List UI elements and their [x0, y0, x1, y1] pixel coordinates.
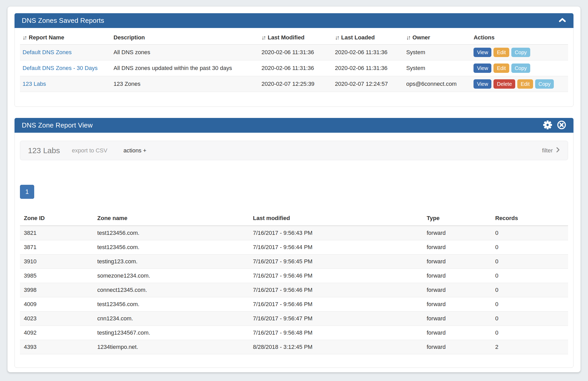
- zone-id-cell: 3910: [20, 254, 94, 269]
- copy-button[interactable]: Copy: [511, 64, 530, 73]
- zone-last-modified-cell: 7/16/2017 - 9:56:46 PM: [249, 269, 423, 283]
- zone-last-modified-cell: 7/16/2017 - 9:56:47 PM: [249, 311, 423, 326]
- column-label: Last Loaded: [341, 34, 375, 41]
- saved-reports-table: ↓↑Report NameDescription↓↑Last Modified↓…: [20, 28, 568, 92]
- report-last-modified-cell: 2020-02-06 11:31:36: [259, 60, 333, 76]
- chevron-up-icon: [558, 18, 566, 24]
- zone-records-cell: 0: [491, 297, 568, 311]
- zone-last-modified-cell: 7/16/2017 - 9:56:46 PM: [249, 283, 423, 297]
- report-actions-cell: ViewEditCopy: [471, 45, 568, 60]
- zone-last-modified-cell: 7/16/2017 - 9:56:44 PM: [249, 240, 423, 254]
- zone-id-cell: 4393: [20, 340, 94, 354]
- zone-type-cell: forward: [423, 240, 491, 254]
- column-header-owner[interactable]: ↓↑Owner: [404, 28, 471, 45]
- zone-row: 3871test123456.com.7/16/2017 - 9:56:44 P…: [20, 240, 568, 254]
- chevron-right-icon: [556, 147, 560, 154]
- filter-toggle[interactable]: filter: [542, 147, 560, 154]
- view-button[interactable]: View: [474, 48, 491, 57]
- zone-name-cell: cnn1234.com.: [94, 311, 249, 326]
- page-button-1[interactable]: 1: [20, 185, 34, 199]
- zones-header-row: Zone IDZone nameLast modifiedTypeRecords: [20, 210, 568, 226]
- column-header-last-modified[interactable]: ↓↑Last Modified: [259, 28, 333, 45]
- edit-button[interactable]: Edit: [493, 64, 509, 73]
- column-label: Actions: [474, 34, 494, 41]
- panel-close-button[interactable]: [557, 120, 566, 130]
- report-link[interactable]: 123 Labs: [23, 81, 46, 87]
- report-last-loaded-cell: 2020-02-06 11:31:36: [332, 60, 404, 76]
- report-row: Default DNS ZonesAll DNS zones2020-02-06…: [20, 45, 568, 60]
- zone-name-cell: 1234tiempo.net.: [94, 340, 249, 354]
- zone-type-cell: forward: [423, 226, 491, 240]
- report-row: 123 Labs123 Zones2020-02-07 12:25:392020…: [20, 76, 568, 92]
- zone-id-cell: 3821: [20, 226, 94, 240]
- zone-type-cell: forward: [423, 326, 491, 340]
- column-header-zone-id: Zone ID: [20, 210, 94, 226]
- report-last-modified-cell: 2020-02-07 12:25:39: [259, 76, 333, 92]
- report-owner-cell: System: [404, 45, 471, 60]
- sort-arrows-icon: ↓↑: [23, 34, 26, 41]
- zone-name-cell: connect12345.com.: [94, 283, 249, 297]
- delete-button[interactable]: Delete: [493, 79, 515, 89]
- zones-table: Zone IDZone nameLast modifiedTypeRecords…: [20, 210, 568, 354]
- copy-button[interactable]: Copy: [535, 79, 554, 89]
- report-view-panel-title: DNS Zone Report View: [22, 121, 93, 129]
- column-header-report-name[interactable]: ↓↑Report Name: [20, 28, 111, 45]
- zone-last-modified-cell: 7/16/2017 - 9:56:43 PM: [249, 226, 423, 240]
- report-description-cell: All DNS zones updated within the past 30…: [111, 60, 259, 76]
- report-description-cell: All DNS zones: [111, 45, 259, 60]
- zone-name-cell: test123456.com.: [94, 226, 249, 240]
- column-label: Report Name: [29, 34, 64, 41]
- zone-id-cell: 4023: [20, 311, 94, 326]
- column-label: Last Modified: [268, 34, 305, 41]
- report-actions-cell: ViewEditCopy: [471, 60, 568, 76]
- column-header-last-loaded[interactable]: ↓↑Last Loaded: [332, 28, 404, 45]
- saved-reports-panel-header: DNS Zones Saved Reports: [15, 13, 573, 28]
- export-csv-link[interactable]: export to CSV: [72, 147, 107, 154]
- edit-button[interactable]: Edit: [517, 79, 533, 89]
- zone-type-cell: forward: [423, 340, 491, 354]
- zone-row: 3998connect12345.com.7/16/2017 - 9:56:46…: [20, 283, 568, 297]
- zone-row: 4023cnn1234.com.7/16/2017 - 9:56:47 PMfo…: [20, 311, 568, 326]
- zone-last-modified-cell: 7/16/2017 - 9:56:46 PM: [249, 297, 423, 311]
- report-owner-cell: ops@6connect.com: [404, 76, 471, 92]
- edit-button[interactable]: Edit: [493, 48, 509, 57]
- column-header-description: Description: [111, 28, 259, 45]
- report-description-cell: 123 Zones: [111, 76, 259, 92]
- sort-arrows-icon: ↓↑: [406, 34, 410, 41]
- zones-table-wrap: Zone IDZone nameLast modifiedTypeRecords…: [20, 210, 568, 354]
- report-name-cell: Default DNS Zones: [20, 45, 111, 60]
- collapse-panel-button[interactable]: [558, 18, 566, 24]
- report-owner-cell: System: [404, 60, 471, 76]
- zone-records-cell: 0: [491, 240, 568, 254]
- zone-id-cell: 4092: [20, 326, 94, 340]
- report-last-modified-cell: 2020-02-06 11:31:36: [259, 45, 333, 60]
- zone-row: 3910testing123.com.7/16/2017 - 9:56:45 P…: [20, 254, 568, 269]
- report-row: Default DNS Zones - 30 DaysAll DNS zones…: [20, 60, 568, 76]
- zone-id-cell: 3871: [20, 240, 94, 254]
- report-link[interactable]: Default DNS Zones - 30 Days: [23, 65, 98, 71]
- zone-id-cell: 3985: [20, 269, 94, 283]
- report-last-loaded-cell: 2020-02-06 11:31:36: [332, 45, 404, 60]
- copy-button[interactable]: Copy: [511, 48, 530, 57]
- zone-records-cell: 0: [491, 326, 568, 340]
- zone-row: 3985somezone1234.com.7/16/2017 - 9:56:46…: [20, 269, 568, 283]
- panel-settings-button[interactable]: [543, 120, 552, 130]
- zone-type-cell: forward: [423, 254, 491, 269]
- zone-name-cell: testing123.com.: [94, 254, 249, 269]
- report-view-panel-header: DNS Zone Report View: [15, 118, 573, 133]
- zone-row: 43931234tiempo.net.8/28/2018 - 3:12:45 P…: [20, 340, 568, 354]
- pagination: 1: [20, 185, 573, 199]
- column-label: Owner: [412, 34, 430, 41]
- actions-menu-link[interactable]: actions +: [123, 147, 146, 154]
- report-link[interactable]: Default DNS Zones: [23, 49, 72, 55]
- view-button[interactable]: View: [474, 79, 491, 89]
- column-header-last-modified: Last modified: [249, 210, 423, 226]
- report-actions-cell: ViewDeleteEditCopy: [471, 76, 568, 92]
- gear-icon: [543, 120, 552, 130]
- zone-records-cell: 2: [491, 340, 568, 354]
- report-view-panel-body: 123 Labs export to CSV actions + filter …: [15, 141, 573, 368]
- main-container: DNS Zones Saved Reports ↓↑Report NameDes…: [7, 6, 581, 372]
- zone-row: 4009test123456.com.7/16/2017 - 9:56:46 P…: [20, 297, 568, 311]
- view-button[interactable]: View: [474, 64, 491, 73]
- filter-label: filter: [542, 147, 553, 154]
